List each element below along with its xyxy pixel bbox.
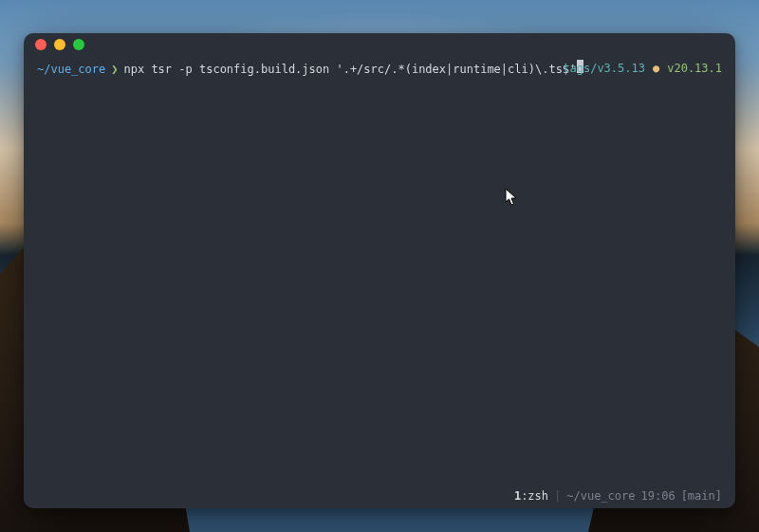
git-tag: tags/v3.5.13: [563, 60, 645, 77]
close-icon[interactable]: [35, 39, 46, 50]
tab-name: :zsh: [521, 489, 548, 503]
status-divider: |: [554, 489, 561, 503]
terminal-body[interactable]: ~/vue_core ❯ npx tsr -p tsconfig.build.j…: [24, 56, 735, 484]
status-dot-icon: ●: [653, 60, 659, 77]
prompt-separator: ❯: [111, 61, 118, 78]
statusbar: 1:zsh | ~/vue_core 19:06 [main]: [24, 484, 735, 508]
status-path: ~/vue_core: [566, 489, 635, 503]
command-input[interactable]: npx tsr -p tsconfig.build.json '.+/src/.…: [123, 61, 576, 78]
status-time: 19:06: [641, 489, 676, 503]
terminal-window: ~/vue_core ❯ npx tsr -p tsconfig.build.j…: [24, 33, 735, 508]
prompt-path: ~/vue_core: [37, 61, 105, 78]
titlebar: [24, 33, 735, 56]
status-branch: [main]: [681, 489, 722, 503]
maximize-icon[interactable]: [73, 39, 84, 50]
node-version: v20.13.1: [667, 60, 722, 77]
right-status: tags/v3.5.13 ● v20.13.1: [563, 60, 722, 77]
minimize-icon[interactable]: [54, 39, 65, 50]
status-tab[interactable]: 1:zsh: [514, 489, 548, 503]
